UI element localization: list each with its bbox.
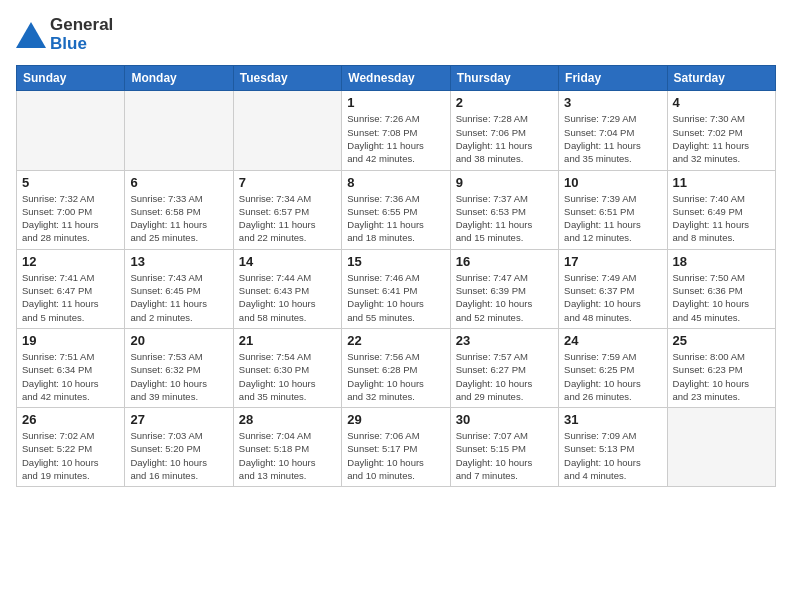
day-info: Sunrise: 7:03 AM Sunset: 5:20 PM Dayligh…: [130, 429, 227, 482]
day-info: Sunrise: 7:56 AM Sunset: 6:28 PM Dayligh…: [347, 350, 444, 403]
day-number: 4: [673, 95, 770, 110]
calendar-cell: 31Sunrise: 7:09 AM Sunset: 5:13 PM Dayli…: [559, 408, 667, 487]
day-info: Sunrise: 7:04 AM Sunset: 5:18 PM Dayligh…: [239, 429, 336, 482]
calendar-week-1: 1Sunrise: 7:26 AM Sunset: 7:08 PM Daylig…: [17, 91, 776, 170]
calendar-cell: 21Sunrise: 7:54 AM Sunset: 6:30 PM Dayli…: [233, 328, 341, 407]
calendar-cell: 14Sunrise: 7:44 AM Sunset: 6:43 PM Dayli…: [233, 249, 341, 328]
day-number: 5: [22, 175, 119, 190]
calendar-cell: 19Sunrise: 7:51 AM Sunset: 6:34 PM Dayli…: [17, 328, 125, 407]
day-info: Sunrise: 7:06 AM Sunset: 5:17 PM Dayligh…: [347, 429, 444, 482]
day-number: 21: [239, 333, 336, 348]
day-number: 11: [673, 175, 770, 190]
day-info: Sunrise: 7:34 AM Sunset: 6:57 PM Dayligh…: [239, 192, 336, 245]
day-info: Sunrise: 7:39 AM Sunset: 6:51 PM Dayligh…: [564, 192, 661, 245]
calendar-week-3: 12Sunrise: 7:41 AM Sunset: 6:47 PM Dayli…: [17, 249, 776, 328]
day-number: 13: [130, 254, 227, 269]
calendar-cell: 29Sunrise: 7:06 AM Sunset: 5:17 PM Dayli…: [342, 408, 450, 487]
day-number: 10: [564, 175, 661, 190]
calendar-cell: 3Sunrise: 7:29 AM Sunset: 7:04 PM Daylig…: [559, 91, 667, 170]
weekday-header-thursday: Thursday: [450, 66, 558, 91]
day-info: Sunrise: 7:44 AM Sunset: 6:43 PM Dayligh…: [239, 271, 336, 324]
day-info: Sunrise: 7:47 AM Sunset: 6:39 PM Dayligh…: [456, 271, 553, 324]
day-info: Sunrise: 7:49 AM Sunset: 6:37 PM Dayligh…: [564, 271, 661, 324]
weekday-header-monday: Monday: [125, 66, 233, 91]
day-number: 7: [239, 175, 336, 190]
calendar-week-4: 19Sunrise: 7:51 AM Sunset: 6:34 PM Dayli…: [17, 328, 776, 407]
day-number: 29: [347, 412, 444, 427]
calendar-cell: 20Sunrise: 7:53 AM Sunset: 6:32 PM Dayli…: [125, 328, 233, 407]
day-info: Sunrise: 7:36 AM Sunset: 6:55 PM Dayligh…: [347, 192, 444, 245]
day-info: Sunrise: 7:09 AM Sunset: 5:13 PM Dayligh…: [564, 429, 661, 482]
day-info: Sunrise: 7:29 AM Sunset: 7:04 PM Dayligh…: [564, 112, 661, 165]
calendar-cell: 12Sunrise: 7:41 AM Sunset: 6:47 PM Dayli…: [17, 249, 125, 328]
day-info: Sunrise: 7:40 AM Sunset: 6:49 PM Dayligh…: [673, 192, 770, 245]
calendar-cell: 18Sunrise: 7:50 AM Sunset: 6:36 PM Dayli…: [667, 249, 775, 328]
weekday-header-saturday: Saturday: [667, 66, 775, 91]
day-number: 1: [347, 95, 444, 110]
calendar-cell: 25Sunrise: 8:00 AM Sunset: 6:23 PM Dayli…: [667, 328, 775, 407]
weekday-header-friday: Friday: [559, 66, 667, 91]
calendar-cell: 6Sunrise: 7:33 AM Sunset: 6:58 PM Daylig…: [125, 170, 233, 249]
calendar-cell: 16Sunrise: 7:47 AM Sunset: 6:39 PM Dayli…: [450, 249, 558, 328]
calendar-cell: 13Sunrise: 7:43 AM Sunset: 6:45 PM Dayli…: [125, 249, 233, 328]
weekday-header-tuesday: Tuesday: [233, 66, 341, 91]
calendar-cell: 26Sunrise: 7:02 AM Sunset: 5:22 PM Dayli…: [17, 408, 125, 487]
calendar-week-5: 26Sunrise: 7:02 AM Sunset: 5:22 PM Dayli…: [17, 408, 776, 487]
day-number: 18: [673, 254, 770, 269]
day-info: Sunrise: 7:53 AM Sunset: 6:32 PM Dayligh…: [130, 350, 227, 403]
page-header: GeneralBlue: [16, 16, 776, 53]
day-info: Sunrise: 7:30 AM Sunset: 7:02 PM Dayligh…: [673, 112, 770, 165]
calendar-cell: 27Sunrise: 7:03 AM Sunset: 5:20 PM Dayli…: [125, 408, 233, 487]
day-number: 16: [456, 254, 553, 269]
day-number: 24: [564, 333, 661, 348]
day-number: 28: [239, 412, 336, 427]
calendar-cell: 2Sunrise: 7:28 AM Sunset: 7:06 PM Daylig…: [450, 91, 558, 170]
svg-marker-0: [16, 22, 46, 48]
day-info: Sunrise: 7:43 AM Sunset: 6:45 PM Dayligh…: [130, 271, 227, 324]
day-number: 30: [456, 412, 553, 427]
day-number: 12: [22, 254, 119, 269]
calendar-cell: [125, 91, 233, 170]
calendar-cell: 1Sunrise: 7:26 AM Sunset: 7:08 PM Daylig…: [342, 91, 450, 170]
day-info: Sunrise: 7:46 AM Sunset: 6:41 PM Dayligh…: [347, 271, 444, 324]
day-info: Sunrise: 7:07 AM Sunset: 5:15 PM Dayligh…: [456, 429, 553, 482]
calendar-table: SundayMondayTuesdayWednesdayThursdayFrid…: [16, 65, 776, 487]
day-info: Sunrise: 7:37 AM Sunset: 6:53 PM Dayligh…: [456, 192, 553, 245]
day-number: 3: [564, 95, 661, 110]
day-number: 6: [130, 175, 227, 190]
calendar-week-2: 5Sunrise: 7:32 AM Sunset: 7:00 PM Daylig…: [17, 170, 776, 249]
calendar-cell: 10Sunrise: 7:39 AM Sunset: 6:51 PM Dayli…: [559, 170, 667, 249]
calendar-cell: 15Sunrise: 7:46 AM Sunset: 6:41 PM Dayli…: [342, 249, 450, 328]
day-number: 22: [347, 333, 444, 348]
calendar-cell: 9Sunrise: 7:37 AM Sunset: 6:53 PM Daylig…: [450, 170, 558, 249]
day-number: 25: [673, 333, 770, 348]
day-info: Sunrise: 7:41 AM Sunset: 6:47 PM Dayligh…: [22, 271, 119, 324]
day-number: 14: [239, 254, 336, 269]
logo-text: GeneralBlue: [50, 16, 113, 53]
day-number: 15: [347, 254, 444, 269]
day-number: 2: [456, 95, 553, 110]
day-info: Sunrise: 7:54 AM Sunset: 6:30 PM Dayligh…: [239, 350, 336, 403]
calendar-cell: 30Sunrise: 7:07 AM Sunset: 5:15 PM Dayli…: [450, 408, 558, 487]
day-number: 9: [456, 175, 553, 190]
day-number: 19: [22, 333, 119, 348]
day-number: 26: [22, 412, 119, 427]
calendar-cell: 22Sunrise: 7:56 AM Sunset: 6:28 PM Dayli…: [342, 328, 450, 407]
calendar-cell: 28Sunrise: 7:04 AM Sunset: 5:18 PM Dayli…: [233, 408, 341, 487]
day-info: Sunrise: 7:02 AM Sunset: 5:22 PM Dayligh…: [22, 429, 119, 482]
calendar-cell: [17, 91, 125, 170]
logo: GeneralBlue: [16, 16, 113, 53]
calendar-cell: 11Sunrise: 7:40 AM Sunset: 6:49 PM Dayli…: [667, 170, 775, 249]
day-info: Sunrise: 7:32 AM Sunset: 7:00 PM Dayligh…: [22, 192, 119, 245]
day-info: Sunrise: 7:33 AM Sunset: 6:58 PM Dayligh…: [130, 192, 227, 245]
day-number: 23: [456, 333, 553, 348]
calendar-cell: 24Sunrise: 7:59 AM Sunset: 6:25 PM Dayli…: [559, 328, 667, 407]
calendar-cell: 17Sunrise: 7:49 AM Sunset: 6:37 PM Dayli…: [559, 249, 667, 328]
calendar-cell: 5Sunrise: 7:32 AM Sunset: 7:00 PM Daylig…: [17, 170, 125, 249]
day-number: 27: [130, 412, 227, 427]
day-info: Sunrise: 7:28 AM Sunset: 7:06 PM Dayligh…: [456, 112, 553, 165]
weekday-header-row: SundayMondayTuesdayWednesdayThursdayFrid…: [17, 66, 776, 91]
day-info: Sunrise: 7:51 AM Sunset: 6:34 PM Dayligh…: [22, 350, 119, 403]
logo-bird-icon: [16, 22, 46, 48]
day-number: 8: [347, 175, 444, 190]
